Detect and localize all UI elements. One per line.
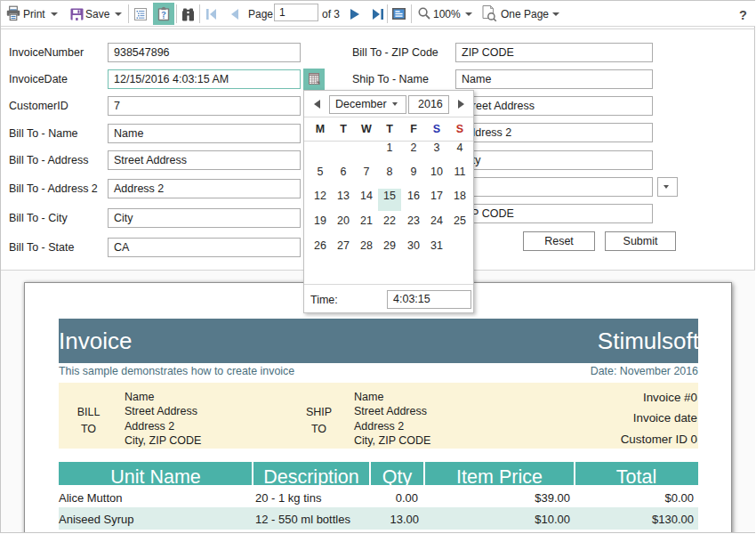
svg-text:?: ? xyxy=(161,10,166,19)
